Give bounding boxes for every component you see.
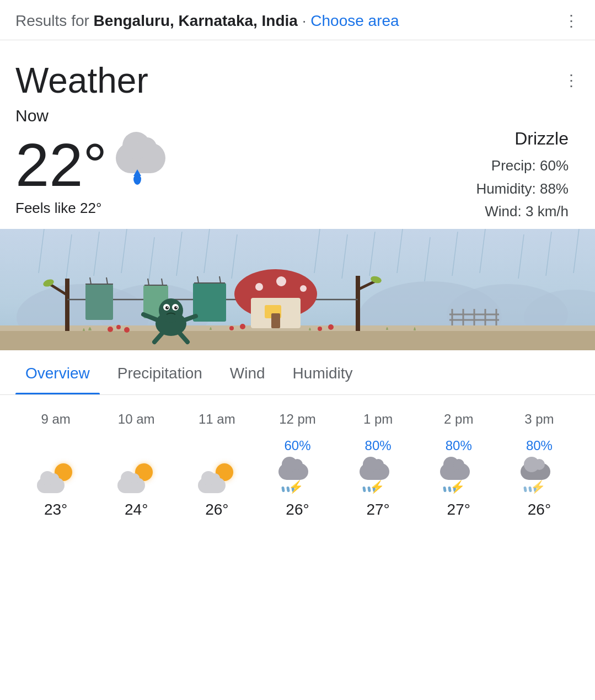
temp-2pm: 27° <box>447 501 470 519</box>
svg-point-63 <box>167 307 168 308</box>
tabs-row: Overview Precipitation Wind Humidity <box>0 350 595 395</box>
current-weather: Now 22° Feels like 22° Drizzle Precip: 6… <box>15 106 580 223</box>
precip-3pm: 80% <box>526 438 553 456</box>
location-bold: Bengaluru, Karnataka, India <box>94 12 298 29</box>
lightning-1: ⚡ <box>369 481 384 493</box>
hour-label-2pm: 2 pm <box>444 412 473 427</box>
lightning-12: ⚡ <box>288 481 303 493</box>
temp-10am: 24° <box>125 501 148 519</box>
cloud-10am <box>117 478 145 493</box>
feels-like: Feels like 22° <box>15 200 171 217</box>
precip-9am <box>54 438 58 456</box>
scene-svg <box>0 229 595 350</box>
temp-1pm: 27° <box>366 501 389 519</box>
hour-col-3pm: 3 pm 80% ⚡ 26° <box>499 412 580 519</box>
storm-cloud-2 <box>440 463 470 480</box>
cloud-shape <box>116 143 165 173</box>
svg-rect-26 <box>65 279 69 331</box>
hour-col-10am: 10 am 24° <box>96 412 176 519</box>
separator: · <box>298 12 310 29</box>
svg-point-80 <box>240 324 245 329</box>
hour-label-3pm: 3 pm <box>524 412 554 427</box>
svg-point-82 <box>328 324 334 330</box>
temp-9am: 23° <box>44 501 67 519</box>
cloud-9am <box>37 478 65 493</box>
storm-cloud-1 <box>360 463 389 480</box>
svg-rect-50 <box>240 294 312 298</box>
weather-title: Weather <box>15 60 148 101</box>
topbar-more-button[interactable]: ⋮ <box>564 13 580 29</box>
results-prefix: Results for <box>15 12 94 29</box>
hourly-grid: 9 am 23° 10 am 24° 1 <box>15 412 580 519</box>
precip-11am <box>215 438 219 456</box>
svg-point-64 <box>176 307 177 308</box>
svg-point-51 <box>255 283 263 291</box>
temp-3pm: 26° <box>528 501 551 519</box>
temp-main-row: 22° <box>15 135 171 195</box>
hour-label-12pm: 12 pm <box>279 412 316 427</box>
svg-rect-7 <box>0 331 595 350</box>
hour-col-1pm: 1 pm 80% ⚡ 27° <box>338 412 419 519</box>
svg-point-76 <box>108 327 113 332</box>
icon-9am <box>37 463 74 493</box>
condition-name: Drizzle <box>476 129 569 149</box>
tab-precipitation[interactable]: Precipitation <box>108 350 212 394</box>
wind-detail: Wind: 3 km/h <box>476 200 569 223</box>
weather-info-right: Drizzle Precip: 60% Humidity: 88% Wind: … <box>476 129 580 223</box>
svg-point-62 <box>174 306 178 309</box>
now-label: Now <box>15 106 580 125</box>
precip-2pm: 80% <box>446 438 472 456</box>
svg-rect-29 <box>356 276 360 331</box>
storm-cloud-12 <box>278 463 308 480</box>
hour-col-12pm: 12 pm 60% ⚡ 26° <box>257 412 337 519</box>
icon-11am <box>198 463 235 493</box>
svg-point-78 <box>124 327 130 333</box>
icon-2pm: ⚡ <box>440 463 478 493</box>
tab-humidity[interactable]: Humidity <box>283 350 363 394</box>
icon-3pm: ⚡ <box>521 463 558 493</box>
storm-cloud-3 <box>521 463 550 480</box>
svg-rect-56 <box>271 313 280 328</box>
weather-header: Weather ⋮ <box>15 40 580 106</box>
temp-11am: 26° <box>205 501 228 519</box>
drizzle-icon <box>116 143 171 187</box>
svg-point-52 <box>276 276 286 286</box>
humidity-detail: Humidity: 88% <box>476 178 569 201</box>
temp-12pm: 26° <box>286 501 309 519</box>
svg-point-61 <box>165 306 169 309</box>
lightning-2: ⚡ <box>450 481 465 493</box>
hour-col-11am: 11 am 26° <box>176 412 257 519</box>
svg-point-79 <box>229 326 234 330</box>
svg-point-58 <box>159 298 183 323</box>
svg-rect-41 <box>193 283 226 322</box>
weather-card: Weather ⋮ Now 22° Feels like 22° Drizzle… <box>0 40 595 223</box>
precip-detail: Precip: 60% <box>476 154 569 178</box>
svg-point-81 <box>318 327 322 331</box>
hour-col-2pm: 2 pm 80% ⚡ 27° <box>419 412 499 519</box>
weather-more-button[interactable]: ⋮ <box>564 73 580 88</box>
icon-10am <box>117 463 155 493</box>
top-bar: Results for Bengaluru, Karnataka, India … <box>0 0 595 40</box>
temperature-row: 22° Feels like 22° Drizzle Precip: 60% H… <box>15 129 580 223</box>
hour-label-9am: 9 am <box>41 412 70 427</box>
icon-1pm: ⚡ <box>360 463 397 493</box>
svg-point-77 <box>116 325 121 329</box>
hour-label-11am: 11 am <box>199 412 235 427</box>
choose-area-link[interactable]: Choose area <box>310 12 399 29</box>
hour-label-1pm: 1 pm <box>363 412 393 427</box>
precip-1pm: 80% <box>365 438 392 456</box>
hourly-section: 9 am 23° 10 am 24° 1 <box>0 395 595 530</box>
lightning-3: ⚡ <box>530 481 545 493</box>
rain-drop <box>133 175 141 185</box>
temp-left: 22° Feels like 22° <box>15 135 171 217</box>
location-text: Results for Bengaluru, Karnataka, India … <box>15 12 399 30</box>
cloud-11am <box>198 478 226 493</box>
weather-scene <box>0 229 595 350</box>
tab-overview[interactable]: Overview <box>15 350 100 394</box>
icon-12pm: ⚡ <box>278 463 316 493</box>
temperature-value: 22° <box>15 135 107 195</box>
precip-10am <box>135 438 138 456</box>
svg-point-53 <box>300 285 307 292</box>
svg-rect-33 <box>85 284 113 320</box>
tab-wind[interactable]: Wind <box>220 350 275 394</box>
